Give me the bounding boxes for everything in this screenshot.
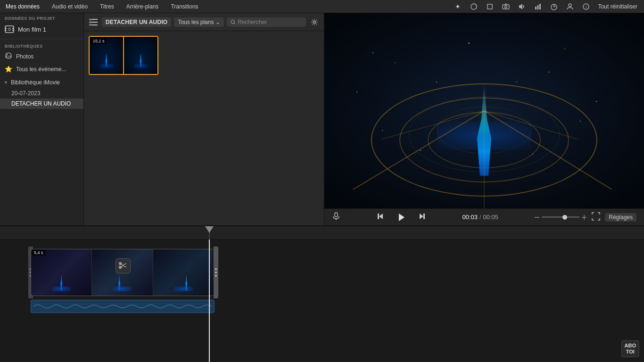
play-button[interactable] xyxy=(394,210,408,224)
detach-audio-button[interactable]: DETACHER UN AUDIO xyxy=(102,17,171,27)
track-frame-3 xyxy=(153,249,214,296)
svg-line-26 xyxy=(484,111,612,189)
search-input[interactable] xyxy=(238,19,302,25)
svg-point-17 xyxy=(6,53,11,58)
svg-point-24 xyxy=(314,21,316,23)
menu-audio-video[interactable]: Audio et vidéo xyxy=(50,2,90,11)
sidebar-item-events[interactable]: ⭐ Tous les événeme... xyxy=(0,63,83,75)
playhead-triangle xyxy=(205,226,214,233)
audio-waveform xyxy=(31,300,214,313)
reglages-button[interactable]: Réglages xyxy=(605,213,636,222)
svg-point-8 xyxy=(569,4,571,7)
timeline-area: 5,4 s ABO xyxy=(0,225,644,362)
libraries-section-header: BIBLIOTHÈQUES xyxy=(0,41,83,49)
clip-duration-badge: 15,1 s xyxy=(91,38,107,44)
project-item[interactable]: Mon film 1 xyxy=(0,22,83,37)
search-box[interactable] xyxy=(227,17,306,27)
tool-camera-icon[interactable] xyxy=(499,1,512,12)
svg-line-29 xyxy=(484,111,578,139)
timeline-playhead[interactable] xyxy=(209,239,210,362)
imovie-library-header[interactable]: ▼ Bibliothèque iMovie xyxy=(0,77,83,88)
fullscreen-button[interactable] xyxy=(592,212,600,222)
sidebar-divider xyxy=(0,39,83,39)
svg-rect-39 xyxy=(584,215,585,220)
reset-button[interactable]: Tout réinitialiser xyxy=(595,2,640,11)
svg-rect-1 xyxy=(487,4,492,9)
svg-point-16 xyxy=(8,28,11,31)
events-label: Tous les événeme... xyxy=(16,66,66,73)
road-svg xyxy=(324,13,644,208)
project-section-header: DONNÉES DU PROJET xyxy=(0,13,83,22)
tool-speed-icon[interactable] xyxy=(547,1,561,12)
skip-back-button[interactable] xyxy=(376,212,385,222)
tool-color-icon[interactable] xyxy=(467,1,480,12)
track-duration-badge: 5,4 s xyxy=(32,250,45,255)
abo-badge: ABO TOI xyxy=(621,340,639,357)
zoom-slider[interactable] xyxy=(534,214,587,220)
svg-rect-14 xyxy=(12,28,14,29)
preview-right-controls: Réglages xyxy=(534,212,636,222)
audio-track[interactable] xyxy=(31,300,215,313)
skip-forward-button[interactable] xyxy=(418,212,426,222)
aerial-scene xyxy=(324,13,644,208)
svg-rect-30 xyxy=(335,213,338,217)
menu-arriere-plans[interactable]: Arrière-plans xyxy=(124,2,161,11)
svg-point-3 xyxy=(504,6,507,8)
time-separator: / xyxy=(479,214,481,221)
zoom-track[interactable] xyxy=(542,216,579,218)
tool-cursor-icon[interactable]: ✦ xyxy=(451,1,464,12)
svg-point-18 xyxy=(7,54,8,55)
svg-rect-13 xyxy=(5,30,7,31)
search-icon xyxy=(231,19,236,25)
clip-thumbnail[interactable]: 15,1 s xyxy=(89,36,158,75)
preview-controls: 00:03 / 00:05 Réglages xyxy=(324,208,644,225)
svg-text:i: i xyxy=(586,5,586,9)
clip-thumb-right xyxy=(124,37,157,74)
menu-bar-left: Mes données Audio et vidéo Titres Arrièr… xyxy=(4,2,200,11)
track-frame-1 xyxy=(31,249,92,296)
tool-stats-icon[interactable] xyxy=(531,1,545,12)
timeline-content: 5,4 s xyxy=(0,239,644,362)
zoom-thumb[interactable] xyxy=(562,215,567,220)
timeline-ruler xyxy=(0,226,644,239)
svg-line-28 xyxy=(382,111,484,139)
browser-panel: DETACHER UN AUDIO Tous les plans ⌄ 15,1 … xyxy=(84,13,324,225)
abo-line2: TOI xyxy=(625,349,636,355)
svg-rect-6 xyxy=(539,4,541,9)
browser-toolbar: DETACHER UN AUDIO Tous les plans ⌄ xyxy=(84,13,324,31)
svg-marker-35 xyxy=(420,214,423,219)
filter-dropdown[interactable]: Tous les plans ⌄ xyxy=(174,17,224,27)
menu-transitions[interactable]: Transitions xyxy=(169,2,200,11)
svg-rect-12 xyxy=(5,28,7,29)
microphone-icon[interactable] xyxy=(332,212,340,222)
menu-bar-right: ✦ i Tout réinitialiser xyxy=(451,1,640,12)
sidebar-item-detach[interactable]: DETACHER UN AUDIO xyxy=(0,99,83,109)
sidebar-item-photos[interactable]: Photos xyxy=(0,49,83,63)
svg-rect-5 xyxy=(537,5,538,9)
svg-rect-4 xyxy=(535,7,537,9)
svg-rect-36 xyxy=(423,214,425,219)
tool-crop-icon[interactable] xyxy=(483,1,496,12)
chevron-down-icon: ⌄ xyxy=(215,19,220,25)
settings-icon-button[interactable] xyxy=(309,16,320,28)
sidebar-item-date[interactable]: 20-07-2023 xyxy=(0,88,83,99)
menu-titres[interactable]: Titres xyxy=(98,2,116,11)
time-total: 00:05 xyxy=(483,214,499,221)
menu-bar: Mes données Audio et vidéo Titres Arrièr… xyxy=(0,0,644,13)
menu-mes-donnees[interactable]: Mes données xyxy=(4,2,41,11)
chevron-down-icon: ▼ xyxy=(4,80,8,85)
svg-rect-22 xyxy=(89,19,92,25)
tool-info-icon[interactable]: i xyxy=(579,1,593,12)
time-current: 00:03 xyxy=(462,214,478,221)
sidebar-toggle-button[interactable] xyxy=(88,16,99,28)
preview-panel: 00:03 / 00:05 Réglages xyxy=(324,13,644,225)
svg-rect-37 xyxy=(535,217,539,218)
zoom-out-icon xyxy=(534,214,540,220)
tool-user-icon[interactable] xyxy=(563,1,577,12)
svg-rect-11 xyxy=(5,26,14,33)
clip-handle-right[interactable] xyxy=(214,247,218,298)
svg-marker-34 xyxy=(399,214,405,221)
star-icon: ⭐ xyxy=(5,66,12,73)
tool-audio-icon[interactable] xyxy=(515,1,528,12)
library-group-imovie: ▼ Bibliothèque iMovie 20-07-2023 DETACHE… xyxy=(0,75,83,111)
